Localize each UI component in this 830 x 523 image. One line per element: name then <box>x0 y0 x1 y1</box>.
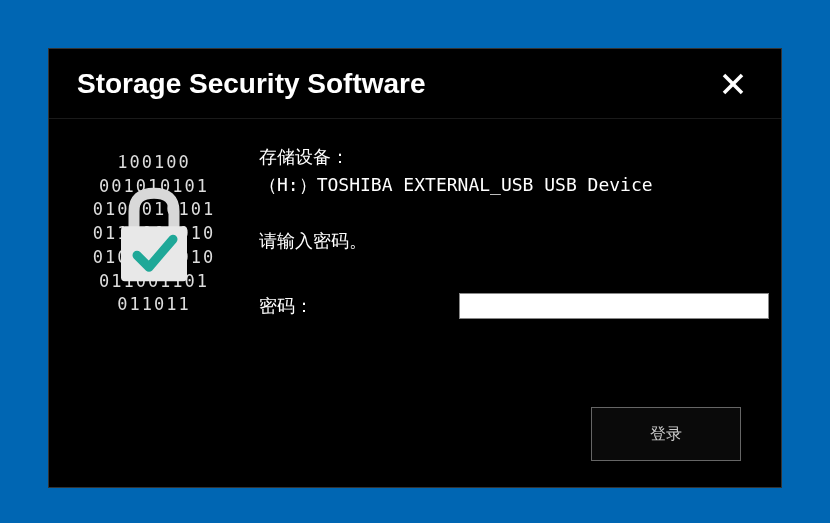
window-title: Storage Security Software <box>77 68 426 100</box>
close-icon <box>721 72 745 96</box>
login-button[interactable]: 登录 <box>591 407 741 461</box>
app-window: Storage Security Software 100100 0010101… <box>48 48 782 488</box>
password-input[interactable] <box>459 293 769 319</box>
password-prompt: 请输入密码。 <box>259 229 769 253</box>
button-row: 登录 <box>591 407 741 461</box>
content-area: 100100 001010101 0100010101 0111001010 0… <box>49 119 781 487</box>
svg-rect-2 <box>121 226 187 281</box>
close-button[interactable] <box>713 64 753 104</box>
device-name: （H:）TOSHIBA EXTERNAL_USB USB Device <box>259 173 769 197</box>
lock-icon <box>109 181 199 291</box>
login-button-label: 登录 <box>650 424 682 445</box>
titlebar: Storage Security Software <box>49 49 781 119</box>
password-row: 密码： <box>259 293 769 319</box>
device-label: 存储设备： <box>259 145 769 169</box>
password-label: 密码： <box>259 294 459 318</box>
lock-graphic: 100100 001010101 0100010101 0111001010 0… <box>69 149 239 319</box>
